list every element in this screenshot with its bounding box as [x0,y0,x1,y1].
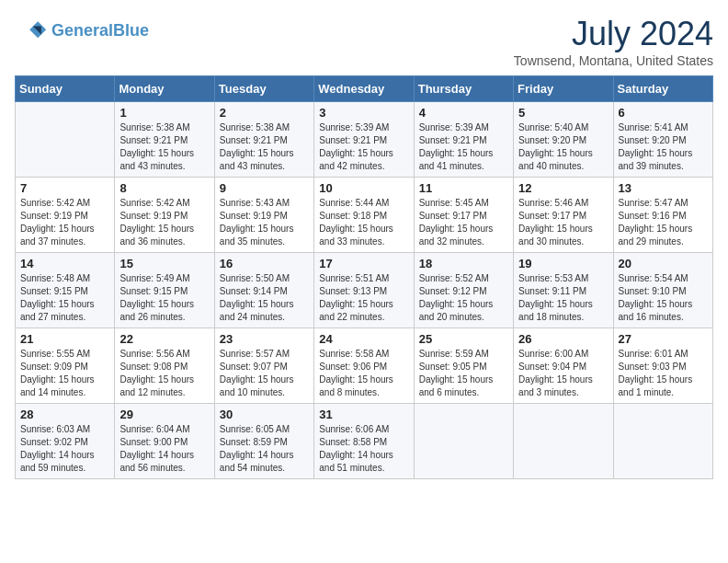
day-number: 9 [220,181,309,195]
day-info: Sunrise: 5:39 AMSunset: 9:21 PMDaylight:… [319,121,408,173]
day-info: Sunrise: 5:40 AMSunset: 9:20 PMDaylight:… [518,121,608,173]
day-info: Sunrise: 5:45 AMSunset: 9:17 PMDaylight:… [419,197,508,248]
day-number: 27 [619,332,708,346]
day-info: Sunrise: 5:52 AMSunset: 9:12 PMDaylight:… [419,272,508,324]
day-number: 3 [319,106,408,120]
weekday-header: Thursday [414,76,513,102]
calendar-cell: 28Sunrise: 6:03 AMSunset: 9:02 PMDayligh… [16,404,115,479]
calendar-cell: 31Sunrise: 6:06 AMSunset: 8:58 PMDayligh… [314,404,414,479]
weekday-header: Monday [115,76,214,102]
calendar-cell: 29Sunrise: 6:04 AMSunset: 9:00 PMDayligh… [115,404,214,479]
weekday-header: Wednesday [314,76,414,102]
day-info: Sunrise: 6:06 AMSunset: 8:58 PMDaylight:… [319,423,408,475]
logo: GeneralBlue [15,15,149,48]
day-number: 14 [20,257,109,270]
day-number: 17 [319,257,408,270]
calendar-cell: 18Sunrise: 5:52 AMSunset: 9:12 PMDayligh… [414,253,513,328]
day-number: 18 [419,257,508,270]
day-number: 2 [220,106,309,120]
day-number: 24 [319,332,408,346]
day-info: Sunrise: 5:49 AMSunset: 9:15 PMDaylight:… [119,272,209,324]
logo-line1: General [51,21,113,40]
day-number: 16 [220,257,309,270]
day-info: Sunrise: 5:51 AMSunset: 9:13 PMDaylight:… [319,272,408,324]
logo-line2: Blue [113,21,149,40]
calendar-cell: 25Sunrise: 5:59 AMSunset: 9:05 PMDayligh… [414,328,513,404]
day-number: 31 [319,408,408,421]
day-number: 10 [319,181,408,195]
day-info: Sunrise: 6:01 AMSunset: 9:03 PMDaylight:… [619,348,708,399]
calendar-header-row: SundayMondayTuesdayWednesdayThursdayFrid… [16,76,713,102]
day-number: 1 [119,106,209,120]
calendar-cell: 5Sunrise: 5:40 AMSunset: 9:20 PMDaylight… [514,102,613,178]
weekday-header: Tuesday [214,76,313,102]
calendar-cell: 27Sunrise: 6:01 AMSunset: 9:03 PMDayligh… [613,328,712,404]
calendar-cell: 2Sunrise: 5:38 AMSunset: 9:21 PMDaylight… [214,102,313,178]
calendar-cell: 7Sunrise: 5:42 AMSunset: 9:19 PMDaylight… [16,178,115,253]
calendar-week-row: 1Sunrise: 5:38 AMSunset: 9:21 PMDaylight… [16,102,713,178]
day-info: Sunrise: 5:48 AMSunset: 9:15 PMDaylight:… [20,272,109,324]
day-info: Sunrise: 5:42 AMSunset: 9:19 PMDaylight:… [20,197,109,248]
day-number: 25 [419,332,508,346]
logo-text: GeneralBlue [51,22,149,40]
logo-icon [15,15,48,48]
calendar-cell: 15Sunrise: 5:49 AMSunset: 9:15 PMDayligh… [115,253,214,328]
day-number: 7 [20,181,109,195]
calendar-cell: 26Sunrise: 6:00 AMSunset: 9:04 PMDayligh… [514,328,613,404]
day-number: 5 [518,106,608,120]
calendar-cell: 16Sunrise: 5:50 AMSunset: 9:14 PMDayligh… [214,253,313,328]
day-info: Sunrise: 5:55 AMSunset: 9:09 PMDaylight:… [20,348,109,399]
calendar-cell: 4Sunrise: 5:39 AMSunset: 9:21 PMDaylight… [414,102,513,178]
weekday-header: Saturday [613,76,712,102]
weekday-header: Friday [514,76,613,102]
day-info: Sunrise: 6:00 AMSunset: 9:04 PMDaylight:… [518,348,608,399]
day-info: Sunrise: 5:57 AMSunset: 9:07 PMDaylight:… [220,348,309,399]
day-info: Sunrise: 5:46 AMSunset: 9:17 PMDaylight:… [518,197,608,248]
day-info: Sunrise: 5:47 AMSunset: 9:16 PMDaylight:… [619,197,708,248]
day-info: Sunrise: 5:43 AMSunset: 9:19 PMDaylight:… [220,197,309,248]
day-info: Sunrise: 5:39 AMSunset: 9:21 PMDaylight:… [419,121,508,173]
day-info: Sunrise: 5:50 AMSunset: 9:14 PMDaylight:… [220,272,309,324]
calendar-week-row: 21Sunrise: 5:55 AMSunset: 9:09 PMDayligh… [16,328,713,404]
day-number: 21 [20,332,109,346]
calendar-cell: 20Sunrise: 5:54 AMSunset: 9:10 PMDayligh… [613,253,712,328]
calendar-cell [16,102,115,178]
calendar-cell [414,404,513,479]
calendar-cell: 23Sunrise: 5:57 AMSunset: 9:07 PMDayligh… [214,328,313,404]
day-info: Sunrise: 5:38 AMSunset: 9:21 PMDaylight:… [220,121,309,173]
day-number: 29 [119,408,209,421]
page-header: GeneralBlue July 2024 Townsend, Montana,… [15,15,713,68]
calendar-table: SundayMondayTuesdayWednesdayThursdayFrid… [15,75,713,479]
weekday-header: Sunday [16,76,115,102]
day-number: 12 [518,181,608,195]
day-info: Sunrise: 5:59 AMSunset: 9:05 PMDaylight:… [419,348,508,399]
day-info: Sunrise: 5:44 AMSunset: 9:18 PMDaylight:… [319,197,408,248]
calendar-cell: 24Sunrise: 5:58 AMSunset: 9:06 PMDayligh… [314,328,414,404]
calendar-cell: 14Sunrise: 5:48 AMSunset: 9:15 PMDayligh… [16,253,115,328]
calendar-cell: 1Sunrise: 5:38 AMSunset: 9:21 PMDaylight… [115,102,214,178]
day-number: 22 [119,332,209,346]
calendar-cell: 3Sunrise: 5:39 AMSunset: 9:21 PMDaylight… [314,102,414,178]
day-number: 6 [619,106,708,120]
day-info: Sunrise: 5:41 AMSunset: 9:20 PMDaylight:… [619,121,708,173]
calendar-cell: 11Sunrise: 5:45 AMSunset: 9:17 PMDayligh… [414,178,513,253]
calendar-week-row: 28Sunrise: 6:03 AMSunset: 9:02 PMDayligh… [16,404,713,479]
calendar-cell: 6Sunrise: 5:41 AMSunset: 9:20 PMDaylight… [613,102,712,178]
day-number: 15 [119,257,209,270]
calendar-cell: 12Sunrise: 5:46 AMSunset: 9:17 PMDayligh… [514,178,613,253]
calendar-cell: 19Sunrise: 5:53 AMSunset: 9:11 PMDayligh… [514,253,613,328]
day-number: 26 [518,332,608,346]
location-title: Townsend, Montana, United States [514,53,713,68]
day-info: Sunrise: 6:03 AMSunset: 9:02 PMDaylight:… [20,423,109,475]
day-number: 8 [119,181,209,195]
day-info: Sunrise: 6:05 AMSunset: 8:59 PMDaylight:… [220,423,309,475]
calendar-cell: 8Sunrise: 5:42 AMSunset: 9:19 PMDaylight… [115,178,214,253]
day-info: Sunrise: 6:04 AMSunset: 9:00 PMDaylight:… [119,423,209,475]
day-number: 13 [619,181,708,195]
day-number: 30 [220,408,309,421]
day-info: Sunrise: 5:38 AMSunset: 9:21 PMDaylight:… [119,121,209,173]
day-info: Sunrise: 5:54 AMSunset: 9:10 PMDaylight:… [619,272,708,324]
calendar-cell: 13Sunrise: 5:47 AMSunset: 9:16 PMDayligh… [613,178,712,253]
day-info: Sunrise: 5:53 AMSunset: 9:11 PMDaylight:… [518,272,608,324]
month-title: July 2024 [514,15,713,53]
